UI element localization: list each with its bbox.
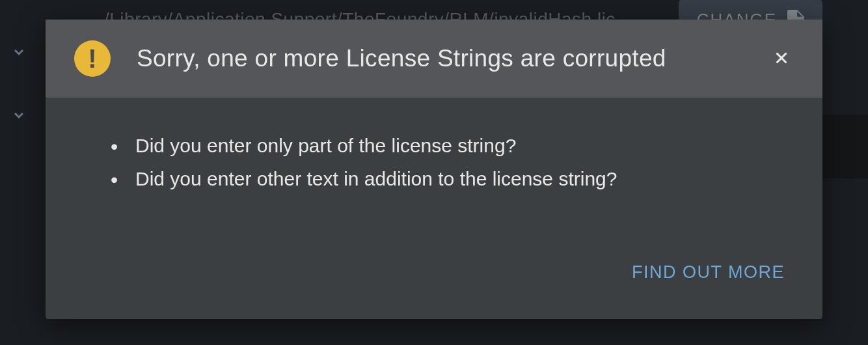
bg-strip: [822, 115, 868, 178]
list-item: Did you enter only part of the license s…: [111, 129, 783, 162]
dialog-body: Did you enter only part of the license s…: [46, 98, 822, 257]
dialog-title: Sorry, one or more License Strings are c…: [137, 45, 743, 72]
list-item: Did you enter other text in addition to …: [111, 162, 783, 195]
chevron-down-icon[interactable]: [11, 44, 27, 62]
exclamation-icon: !: [88, 46, 96, 72]
close-button[interactable]: [769, 46, 794, 72]
close-icon: [772, 48, 791, 70]
chevron-down-icon[interactable]: [11, 107, 27, 126]
dialog-footer: FIND OUT MORE: [46, 257, 822, 319]
find-out-more-button[interactable]: FIND OUT MORE: [632, 257, 785, 288]
error-dialog: ! Sorry, one or more License Strings are…: [46, 20, 822, 319]
dialog-header: ! Sorry, one or more License Strings are…: [46, 20, 822, 98]
warning-icon: !: [74, 40, 111, 77]
dialog-list: Did you enter only part of the license s…: [111, 129, 783, 195]
